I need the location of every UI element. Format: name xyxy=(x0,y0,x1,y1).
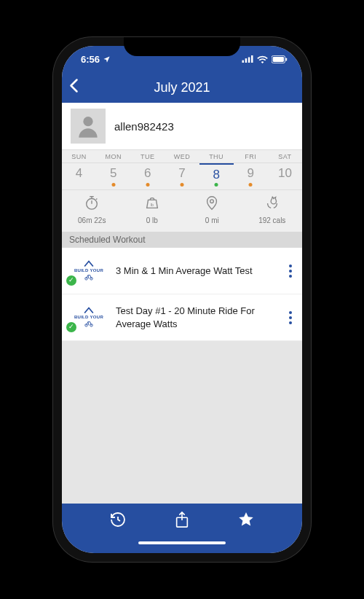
svg-line-12 xyxy=(96,199,97,200)
star-icon xyxy=(237,511,255,528)
workout-thumbnail: BUILD YOUR ✓ xyxy=(69,307,108,329)
weekday-label: WED xyxy=(165,150,199,163)
avatar xyxy=(71,109,106,144)
week-days: 4 5 6 7 8 9 10 xyxy=(62,163,302,189)
svg-point-14 xyxy=(210,200,214,203)
weekday-label: SAT xyxy=(268,150,302,163)
stat-value: 192 cals xyxy=(258,216,285,224)
day-cell[interactable]: 10 xyxy=(268,163,302,189)
stat-weight: lb 0 lb xyxy=(122,195,183,226)
weekday-label: TUE xyxy=(130,150,165,163)
weekday-label: MON xyxy=(96,150,130,163)
day-cell[interactable]: 6 xyxy=(130,163,165,189)
stat-calories: 192 cals xyxy=(242,195,303,226)
chevron-left-icon xyxy=(69,79,79,93)
section-header: Scheduled Workout xyxy=(62,232,302,248)
stat-value: 06m 22s xyxy=(78,216,106,224)
svg-rect-0 xyxy=(242,60,245,63)
day-cell[interactable]: 5 xyxy=(96,163,130,189)
username: allen982423 xyxy=(114,120,174,133)
profile-row[interactable]: allen982423 xyxy=(62,103,302,149)
activity-dot-icon xyxy=(215,183,218,187)
location-arrow-icon xyxy=(103,55,111,63)
svg-rect-3 xyxy=(251,55,253,63)
wifi-icon xyxy=(257,55,268,63)
day-number: 5 xyxy=(110,166,116,180)
history-icon xyxy=(109,511,127,528)
weekday-label: SUN xyxy=(62,150,96,163)
workout-thumbnail: BUILD YOUR ✓ xyxy=(69,260,108,282)
svg-point-7 xyxy=(83,117,92,126)
status-time: 6:56 xyxy=(81,54,100,65)
activity-dot-icon xyxy=(146,183,149,187)
weekday-labels: SUN MON TUE WED THU FRI SAT xyxy=(62,149,302,163)
workout-title: 3 Min & 1 Min Average Watt Test xyxy=(108,265,285,278)
stat-value: 0 mi xyxy=(205,216,219,224)
weekday-label: FRI xyxy=(234,150,268,163)
day-cell[interactable]: 7 xyxy=(165,163,199,189)
day-cell[interactable]: 9 xyxy=(234,163,268,189)
screen: 6:56 July 2021 allen982423 SUN xyxy=(62,46,302,553)
day-number: 9 xyxy=(248,166,254,180)
brand-mark-icon xyxy=(84,260,94,267)
signal-icon xyxy=(242,55,253,63)
more-button[interactable] xyxy=(285,307,296,329)
svg-rect-6 xyxy=(285,58,287,60)
day-number: 6 xyxy=(144,166,151,180)
day-cell-selected[interactable]: 8 xyxy=(199,163,234,189)
day-cell[interactable]: 4 xyxy=(62,163,96,189)
svg-rect-2 xyxy=(248,58,250,63)
day-number: 8 xyxy=(213,168,219,181)
brand-text: BUILD YOUR xyxy=(69,268,108,273)
bike-icon xyxy=(84,320,94,327)
battery-icon xyxy=(272,55,288,63)
flame-icon xyxy=(264,195,280,211)
home-indicator[interactable] xyxy=(62,539,302,553)
completed-check-icon: ✓ xyxy=(66,322,76,332)
nav-header: July 2021 xyxy=(62,72,302,103)
activity-dot-icon xyxy=(249,183,253,187)
workout-item[interactable]: BUILD YOUR ✓ 3 Min & 1 Min Average Watt … xyxy=(62,248,302,294)
scale-icon: lb xyxy=(144,195,160,211)
stats-row: 06m 22s lb 0 lb 0 mi 192 cals xyxy=(62,189,302,232)
stat-distance: 0 mi xyxy=(182,195,242,226)
day-number: 4 xyxy=(76,166,82,180)
activity-dot-icon xyxy=(180,183,183,187)
workout-list[interactable]: BUILD YOUR ✓ 3 Min & 1 Min Average Watt … xyxy=(62,248,302,504)
bike-icon xyxy=(84,273,94,281)
tab-favorite[interactable] xyxy=(237,511,255,531)
notch xyxy=(124,37,240,56)
svg-point-15 xyxy=(85,277,88,280)
person-icon xyxy=(74,112,102,140)
day-number: 7 xyxy=(178,166,185,180)
share-icon xyxy=(174,511,190,528)
pin-icon xyxy=(204,195,220,211)
stat-value: 0 lb xyxy=(146,216,158,224)
nav-title: July 2021 xyxy=(154,80,210,95)
svg-rect-1 xyxy=(245,58,248,63)
brand-mark-icon xyxy=(84,307,94,314)
completed-check-icon: ✓ xyxy=(66,275,76,286)
workout-item[interactable]: BUILD YOUR ✓ Test Day #1 - 20 Minute Rid… xyxy=(62,294,302,341)
phone-frame: 6:56 July 2021 allen982423 SUN xyxy=(53,37,311,562)
svg-point-17 xyxy=(85,324,88,326)
stat-duration: 06m 22s xyxy=(62,195,122,226)
svg-rect-5 xyxy=(273,57,284,62)
back-button[interactable] xyxy=(69,79,79,97)
more-button[interactable] xyxy=(285,260,296,282)
svg-text:lb: lb xyxy=(151,203,154,207)
tab-bar xyxy=(62,504,302,539)
day-number: 10 xyxy=(278,166,292,180)
weekday-label: THU xyxy=(199,150,234,163)
stopwatch-icon xyxy=(84,195,100,211)
tab-history[interactable] xyxy=(109,511,127,531)
brand-text: BUILD YOUR xyxy=(69,315,108,320)
workout-title: Test Day #1 - 20 Minute Ride For Average… xyxy=(108,305,285,330)
activity-dot-icon xyxy=(111,183,115,187)
tab-share[interactable] xyxy=(174,511,190,531)
